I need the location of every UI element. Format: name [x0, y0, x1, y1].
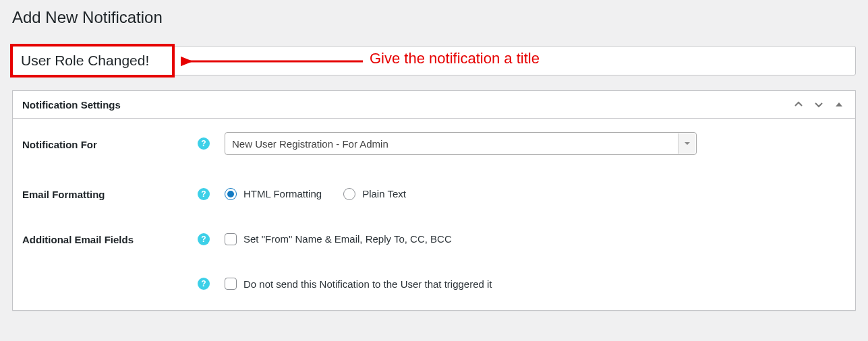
- panel-header: Notification Settings: [13, 91, 855, 119]
- panel-move-down-icon[interactable]: [812, 98, 826, 111]
- radio-plain-text[interactable]: Plain Text: [343, 188, 406, 200]
- radio-html-formatting[interactable]: HTML Formatting: [225, 188, 322, 200]
- checkbox-icon: [225, 233, 237, 245]
- label-empty: [22, 283, 198, 284]
- page-title: Add New Notification: [12, 7, 856, 34]
- notification-settings-panel: Notification Settings Notification For ?: [12, 90, 856, 311]
- label-additional-email: Additional Email Fields: [22, 232, 198, 245]
- notification-for-selected: New User Registration - For Admin: [232, 138, 388, 150]
- label-email-formatting: Email Formatting: [22, 187, 198, 200]
- panel-body: Notification For ? New User Registration…: [13, 119, 855, 310]
- radio-icon: [225, 188, 237, 200]
- panel-title: Notification Settings: [22, 99, 121, 111]
- help-icon[interactable]: ?: [198, 137, 210, 150]
- help-icon[interactable]: ?: [198, 188, 210, 200]
- checkbox-icon: [225, 278, 237, 290]
- page-wrap: Add New Notification Give the notificati…: [0, 0, 868, 311]
- row-notification-for: Notification For ? New User Registration…: [22, 132, 846, 155]
- row-additional-email-2: ? Do not send this Notification to the U…: [22, 278, 846, 290]
- notification-for-select[interactable]: New User Registration - For Admin: [225, 132, 697, 155]
- radio-label: HTML Formatting: [243, 188, 322, 199]
- radio-icon: [343, 188, 355, 200]
- panel-toggle-icon[interactable]: [832, 98, 846, 111]
- panel-handle-actions: [792, 98, 846, 111]
- checkbox-label: Do not send this Notification to the Use…: [243, 278, 492, 290]
- label-notification-for: Notification For: [22, 137, 198, 150]
- panel-move-up-icon[interactable]: [792, 98, 805, 111]
- row-email-formatting: Email Formatting ? HTML Formatting Plain…: [22, 187, 846, 200]
- row-additional-email-1: Additional Email Fields ? Set "From" Nam…: [22, 232, 846, 245]
- radio-label: Plain Text: [362, 188, 406, 199]
- help-icon[interactable]: ?: [198, 233, 210, 245]
- checkbox-do-not-send-trigger-user[interactable]: Do not send this Notification to the Use…: [225, 278, 492, 290]
- checkbox-label: Set "From" Name & Email, Reply To, CC, B…: [243, 233, 452, 245]
- checkbox-set-from-fields[interactable]: Set "From" Name & Email, Reply To, CC, B…: [225, 233, 452, 245]
- title-row: Give the notification a title: [12, 46, 856, 75]
- notification-title-input[interactable]: [12, 46, 856, 75]
- help-icon[interactable]: ?: [198, 278, 210, 290]
